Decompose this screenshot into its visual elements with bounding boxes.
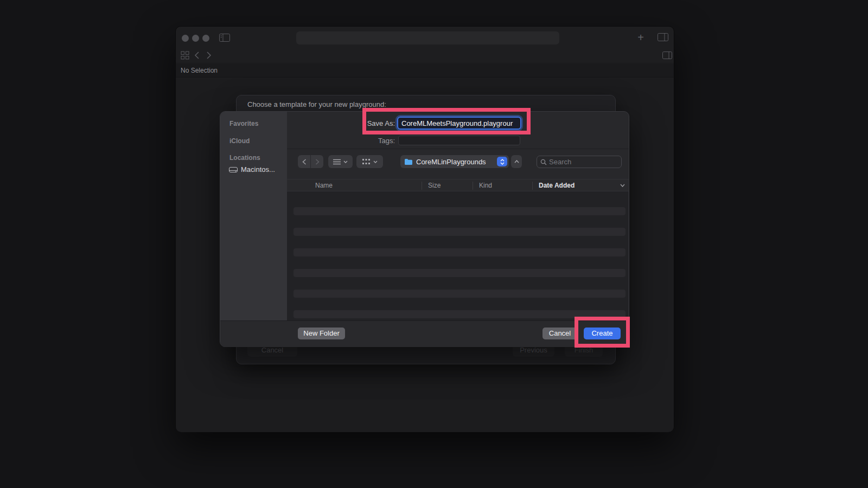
back-icon[interactable] bbox=[194, 52, 200, 59]
close-button[interactable] bbox=[182, 35, 189, 42]
column-header-name[interactable]: Name bbox=[315, 182, 333, 189]
list-row bbox=[293, 290, 626, 298]
group-view-icon bbox=[362, 158, 371, 165]
chevron-down-icon bbox=[343, 160, 348, 163]
new-folder-button[interactable]: New Folder bbox=[298, 328, 345, 339]
tags-label: Tags: bbox=[350, 137, 395, 145]
nav-buttons bbox=[298, 155, 323, 168]
add-tab-icon[interactable]: + bbox=[636, 31, 646, 44]
sort-chevron-icon[interactable] bbox=[620, 184, 625, 187]
jump-bar bbox=[176, 48, 674, 63]
sidebar-toggle-icon[interactable] bbox=[219, 34, 230, 42]
create-button[interactable]: Create bbox=[584, 328, 621, 339]
title-bar: + bbox=[176, 27, 674, 48]
save-panel: Favorites iCloud Locations Macintos... S… bbox=[220, 111, 629, 347]
file-list[interactable] bbox=[287, 191, 628, 320]
folder-popup[interactable]: CoreMLinPlaygrounds bbox=[400, 155, 509, 168]
hard-drive-icon bbox=[229, 166, 238, 173]
sidebar-item-macintosh-hd[interactable]: Macintos... bbox=[241, 165, 275, 174]
folder-popup-label: CoreMLinPlaygrounds bbox=[416, 158, 497, 166]
list-row bbox=[293, 269, 626, 277]
collapse-button[interactable] bbox=[511, 155, 522, 168]
related-items-icon[interactable] bbox=[181, 51, 189, 60]
tags-input[interactable] bbox=[398, 136, 520, 145]
list-view-icon bbox=[333, 159, 341, 165]
save-panel-footer: New Folder Cancel Create bbox=[220, 320, 629, 347]
breadcrumb: No Selection bbox=[176, 64, 674, 78]
column-divider[interactable] bbox=[473, 182, 473, 190]
group-view-button[interactable] bbox=[356, 155, 383, 168]
list-row bbox=[293, 228, 626, 236]
sheet-title: Choose a template for your new playgroun… bbox=[247, 100, 386, 108]
list-row bbox=[293, 310, 626, 318]
inspector-toggle-icon[interactable] bbox=[662, 52, 672, 59]
search-field[interactable] bbox=[537, 156, 622, 168]
back-button[interactable] bbox=[298, 155, 310, 168]
search-input[interactable] bbox=[549, 158, 644, 166]
forward-button[interactable] bbox=[311, 155, 323, 168]
list-view-button[interactable] bbox=[328, 155, 353, 168]
sidebar-section-icloud: iCloud bbox=[229, 137, 250, 145]
activity-view bbox=[296, 31, 559, 44]
chevron-down-icon bbox=[373, 160, 378, 163]
divider bbox=[287, 149, 629, 149]
sidebar-section-favorites: Favorites bbox=[229, 120, 258, 127]
sidebar-section-locations: Locations bbox=[229, 154, 260, 162]
column-divider[interactable] bbox=[532, 182, 533, 190]
column-header-kind[interactable]: Kind bbox=[479, 182, 492, 189]
popup-stepper-icon bbox=[497, 157, 507, 166]
breadcrumb-bar: No Selection bbox=[176, 64, 674, 78]
save-panel-sidebar: Favorites iCloud Locations Macintos... bbox=[220, 112, 287, 346]
column-header-size[interactable]: Size bbox=[428, 182, 441, 189]
save-as-input[interactable] bbox=[397, 117, 521, 130]
search-icon bbox=[540, 159, 547, 165]
list-header: Name Size Kind Date Added bbox=[287, 179, 629, 191]
cancel-button[interactable]: Cancel bbox=[542, 328, 577, 339]
column-divider[interactable] bbox=[422, 182, 422, 190]
list-row bbox=[293, 248, 626, 256]
folder-icon bbox=[404, 158, 413, 165]
zoom-button[interactable] bbox=[202, 35, 209, 42]
list-row bbox=[293, 207, 626, 215]
library-panel-icon[interactable] bbox=[658, 33, 668, 41]
forward-icon[interactable] bbox=[206, 52, 212, 59]
save-as-label: Save As: bbox=[350, 119, 395, 127]
minimize-button[interactable] bbox=[192, 35, 199, 42]
column-header-date-added[interactable]: Date Added bbox=[539, 182, 575, 189]
